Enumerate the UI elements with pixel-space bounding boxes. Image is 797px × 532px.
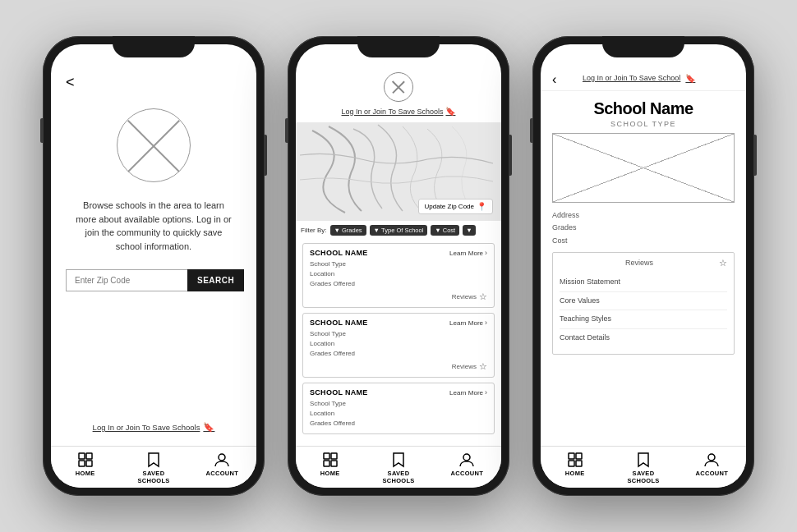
- nav-account-label-3: ACCOUNT: [696, 470, 729, 477]
- account-icon-3: [703, 452, 720, 468]
- map-header: Log In or Join To Save Schools 🔖: [296, 67, 501, 122]
- reviews-section-label: Reviews: [625, 259, 653, 267]
- school-detail-1: School TypeLocationGrades Offered: [310, 259, 487, 289]
- meta-grades: Grades: [552, 222, 735, 234]
- learn-more-1[interactable]: Learn More ›: [449, 249, 487, 257]
- bottom-nav-3: HOME SAVED SCHOOLS: [541, 446, 746, 488]
- school-title: School Name: [552, 99, 735, 118]
- nav-home-label-1: HOME: [76, 470, 95, 477]
- school-type-label: SCHOOL TYPE: [552, 120, 735, 128]
- svg-point-9: [463, 454, 470, 461]
- svg-rect-8: [331, 461, 337, 466]
- placeholder-circle-image: [117, 108, 191, 182]
- search-button[interactable]: SEARCH: [187, 269, 244, 291]
- update-zip-button[interactable]: Update Zip Code 📍: [418, 199, 493, 214]
- nav-account-2[interactable]: ACCOUNT: [433, 452, 501, 484]
- section-contact: Contact Details: [560, 329, 727, 347]
- nav-home-1[interactable]: HOME: [51, 452, 119, 484]
- svg-rect-13: [576, 461, 582, 466]
- back-button[interactable]: <: [66, 74, 75, 91]
- nav-account-3[interactable]: ACCOUNT: [678, 452, 746, 484]
- svg-rect-10: [569, 453, 574, 459]
- school-image-placeholder: [552, 133, 735, 203]
- nav-home-3[interactable]: HOME: [541, 452, 609, 484]
- svg-rect-11: [576, 453, 582, 459]
- nav-home-label-3: HOME: [565, 470, 585, 477]
- school-card-2: SCHOOL NAME Learn More › School TypeLoca…: [302, 313, 495, 378]
- svg-rect-3: [86, 461, 92, 466]
- nav-home-2[interactable]: HOME: [296, 452, 364, 484]
- reviews-label-1: Reviews: [452, 293, 477, 300]
- notch-3: [602, 36, 684, 57]
- nav-saved-1[interactable]: SAVED SCHOOLS: [119, 452, 187, 484]
- account-icon-2: [458, 452, 475, 468]
- filter-chip-cost[interactable]: ▼ Cost: [431, 225, 459, 236]
- phone-2: Log In or Join To Save Schools 🔖: [288, 36, 509, 496]
- school-detail-2: School TypeLocationGrades Offered: [310, 329, 487, 359]
- map-x-icon: [384, 72, 413, 102]
- home-icon-2: [322, 452, 339, 468]
- svg-rect-7: [324, 461, 329, 466]
- filter-more[interactable]: ▼: [463, 225, 475, 236]
- nav-saved-3[interactable]: SAVED SCHOOLS: [609, 452, 677, 484]
- phone-3: ‹ Log In or Join To Save School 🔖 School…: [532, 36, 754, 496]
- description-text: Browse schools in the area to learn more…: [66, 199, 242, 253]
- bottom-nav-1: HOME SAVED SCHOOLS: [51, 446, 256, 488]
- school-name-3: SCHOOL NAME: [310, 388, 368, 397]
- login-link-top-3[interactable]: Log In or Join To Save School 🔖: [583, 74, 695, 83]
- screen-1: < Browse schools in the area to learn mo…: [51, 44, 256, 488]
- nav-account-1[interactable]: ACCOUNT: [188, 452, 256, 484]
- login-link-top-2[interactable]: Log In or Join To Save Schools 🔖: [342, 107, 456, 116]
- svg-rect-2: [79, 461, 85, 466]
- filter-bar: Filter By: ▼ Grades ▼ Type Of School ▼ C…: [296, 221, 501, 240]
- screen-2: Log In or Join To Save Schools 🔖: [296, 44, 501, 488]
- pin-icon: 📍: [477, 202, 486, 211]
- back-button-3[interactable]: ‹: [552, 72, 556, 87]
- bookmark-nav-icon-1: [145, 452, 162, 468]
- filter-label: Filter By:: [301, 227, 327, 234]
- school-title-section: School Name SCHOOL TYPE: [541, 91, 746, 133]
- nav-account-label-1: ACCOUNT: [206, 470, 239, 477]
- section-values: Core Values: [560, 292, 727, 311]
- section-mission: Mission Statement: [560, 273, 727, 292]
- notch-2: [357, 36, 440, 57]
- filter-chip-grades[interactable]: ▼ Grades: [330, 225, 366, 236]
- bookmark-nav-icon-2: [390, 452, 407, 468]
- svg-rect-5: [324, 453, 329, 459]
- school-name-2: SCHOOL NAME: [310, 319, 368, 327]
- school-card-1: SCHOOL NAME Learn More › School TypeLoca…: [302, 243, 495, 308]
- school-card-3: SCHOOL NAME Learn More › School TypeLoca…: [302, 383, 495, 434]
- reviews-section: Reviews ☆ Mission Statement Core Values …: [552, 252, 735, 355]
- map-area: Update Zip Code 📍: [296, 122, 501, 221]
- svg-point-14: [708, 454, 715, 461]
- school-meta: Address Grades Cost: [541, 209, 746, 252]
- phone1-content: Browse schools in the area to learn more…: [51, 67, 256, 291]
- notch-1: [113, 36, 195, 57]
- search-row: SEARCH: [66, 269, 242, 291]
- meta-cost: Cost: [552, 235, 735, 247]
- section-teaching: Teaching Styles: [560, 310, 727, 329]
- school-name-1: SCHOOL NAME: [310, 249, 368, 257]
- zip-input[interactable]: [66, 269, 187, 291]
- svg-rect-0: [79, 453, 85, 459]
- star-icon-2: ☆: [479, 361, 487, 372]
- phone-1-screen: < Browse schools in the area to learn mo…: [51, 44, 256, 488]
- star-icon-3: ☆: [719, 258, 727, 268]
- svg-rect-6: [331, 453, 337, 459]
- phone2-content: Log In or Join To Save Schools 🔖: [296, 67, 501, 488]
- learn-more-3[interactable]: Learn More ›: [449, 388, 487, 397]
- home-icon: [77, 452, 94, 468]
- school-detail-3: School TypeLocationGrades Offered: [310, 399, 487, 429]
- learn-more-2[interactable]: Learn More ›: [449, 319, 487, 327]
- phone3-content: ‹ Log In or Join To Save School 🔖 School…: [541, 67, 746, 488]
- phone-3-screen: ‹ Log In or Join To Save School 🔖 School…: [541, 44, 746, 488]
- nav-account-label-2: ACCOUNT: [451, 470, 484, 477]
- nav-saved-2[interactable]: SAVED SCHOOLS: [364, 452, 432, 484]
- reviews-label-2: Reviews: [452, 363, 477, 370]
- filter-chip-type[interactable]: ▼ Type Of School: [370, 225, 428, 236]
- account-icon-1: [214, 452, 230, 468]
- phone-2-screen: Log In or Join To Save Schools 🔖: [296, 44, 501, 488]
- login-link-bottom[interactable]: Log In or Join To Save Schools 🔖: [93, 422, 215, 433]
- meta-address: Address: [552, 209, 735, 222]
- schools-list: SCHOOL NAME Learn More › School TypeLoca…: [296, 240, 501, 446]
